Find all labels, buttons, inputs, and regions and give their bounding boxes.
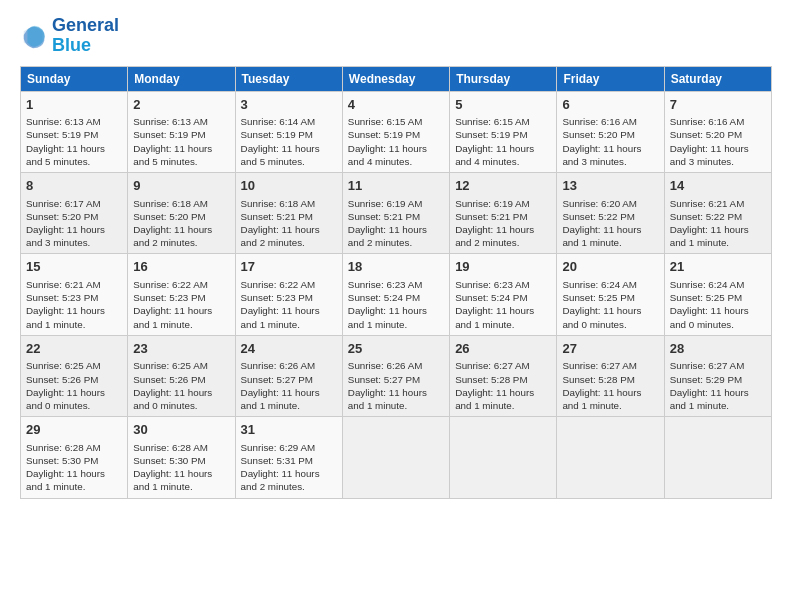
- day-number: 24: [241, 340, 337, 358]
- calendar-table: SundayMondayTuesdayWednesdayThursdayFrid…: [20, 66, 772, 499]
- calendar-cell: 9Sunrise: 6:18 AM Sunset: 5:20 PM Daylig…: [128, 173, 235, 254]
- day-number: 30: [133, 421, 229, 439]
- day-number: 20: [562, 258, 658, 276]
- logo: GeneralBlue: [20, 16, 119, 56]
- day-number: 2: [133, 96, 229, 114]
- day-number: 28: [670, 340, 766, 358]
- day-info: Sunrise: 6:13 AM Sunset: 5:19 PM Dayligh…: [133, 115, 229, 168]
- day-number: 29: [26, 421, 122, 439]
- day-info: Sunrise: 6:21 AM Sunset: 5:23 PM Dayligh…: [26, 278, 122, 331]
- day-info: Sunrise: 6:26 AM Sunset: 5:27 PM Dayligh…: [241, 359, 337, 412]
- weekday-header-monday: Monday: [128, 66, 235, 91]
- calendar-cell: 6Sunrise: 6:16 AM Sunset: 5:20 PM Daylig…: [557, 91, 664, 172]
- calendar-cell: [664, 417, 771, 498]
- day-info: Sunrise: 6:25 AM Sunset: 5:26 PM Dayligh…: [26, 359, 122, 412]
- calendar-cell: 29Sunrise: 6:28 AM Sunset: 5:30 PM Dayli…: [21, 417, 128, 498]
- calendar-cell: 17Sunrise: 6:22 AM Sunset: 5:23 PM Dayli…: [235, 254, 342, 335]
- day-number: 1: [26, 96, 122, 114]
- weekday-header-wednesday: Wednesday: [342, 66, 449, 91]
- page: GeneralBlue SundayMondayTuesdayWednesday…: [0, 0, 792, 509]
- weekday-header-saturday: Saturday: [664, 66, 771, 91]
- calendar-cell: 19Sunrise: 6:23 AM Sunset: 5:24 PM Dayli…: [450, 254, 557, 335]
- day-number: 8: [26, 177, 122, 195]
- day-number: 22: [26, 340, 122, 358]
- day-info: Sunrise: 6:22 AM Sunset: 5:23 PM Dayligh…: [133, 278, 229, 331]
- calendar-cell: 15Sunrise: 6:21 AM Sunset: 5:23 PM Dayli…: [21, 254, 128, 335]
- calendar-cell: 1Sunrise: 6:13 AM Sunset: 5:19 PM Daylig…: [21, 91, 128, 172]
- day-number: 7: [670, 96, 766, 114]
- calendar-week-row: 22Sunrise: 6:25 AM Sunset: 5:26 PM Dayli…: [21, 335, 772, 416]
- calendar-cell: 13Sunrise: 6:20 AM Sunset: 5:22 PM Dayli…: [557, 173, 664, 254]
- calendar-cell: 25Sunrise: 6:26 AM Sunset: 5:27 PM Dayli…: [342, 335, 449, 416]
- day-number: 15: [26, 258, 122, 276]
- weekday-header-thursday: Thursday: [450, 66, 557, 91]
- day-info: Sunrise: 6:28 AM Sunset: 5:30 PM Dayligh…: [133, 441, 229, 494]
- calendar-cell: 30Sunrise: 6:28 AM Sunset: 5:30 PM Dayli…: [128, 417, 235, 498]
- calendar-cell: 20Sunrise: 6:24 AM Sunset: 5:25 PM Dayli…: [557, 254, 664, 335]
- calendar-cell: 27Sunrise: 6:27 AM Sunset: 5:28 PM Dayli…: [557, 335, 664, 416]
- day-number: 27: [562, 340, 658, 358]
- day-info: Sunrise: 6:28 AM Sunset: 5:30 PM Dayligh…: [26, 441, 122, 494]
- day-number: 4: [348, 96, 444, 114]
- header: GeneralBlue: [20, 16, 772, 56]
- calendar-cell: 16Sunrise: 6:22 AM Sunset: 5:23 PM Dayli…: [128, 254, 235, 335]
- day-number: 21: [670, 258, 766, 276]
- calendar-cell: [557, 417, 664, 498]
- day-info: Sunrise: 6:24 AM Sunset: 5:25 PM Dayligh…: [670, 278, 766, 331]
- day-info: Sunrise: 6:18 AM Sunset: 5:21 PM Dayligh…: [241, 197, 337, 250]
- day-info: Sunrise: 6:14 AM Sunset: 5:19 PM Dayligh…: [241, 115, 337, 168]
- calendar-cell: 22Sunrise: 6:25 AM Sunset: 5:26 PM Dayli…: [21, 335, 128, 416]
- day-number: 3: [241, 96, 337, 114]
- calendar-cell: 24Sunrise: 6:26 AM Sunset: 5:27 PM Dayli…: [235, 335, 342, 416]
- calendar-cell: 12Sunrise: 6:19 AM Sunset: 5:21 PM Dayli…: [450, 173, 557, 254]
- day-number: 17: [241, 258, 337, 276]
- day-info: Sunrise: 6:15 AM Sunset: 5:19 PM Dayligh…: [348, 115, 444, 168]
- weekday-header-tuesday: Tuesday: [235, 66, 342, 91]
- day-number: 25: [348, 340, 444, 358]
- calendar-cell: [342, 417, 449, 498]
- calendar-week-row: 15Sunrise: 6:21 AM Sunset: 5:23 PM Dayli…: [21, 254, 772, 335]
- calendar-cell: 21Sunrise: 6:24 AM Sunset: 5:25 PM Dayli…: [664, 254, 771, 335]
- calendar-week-row: 8Sunrise: 6:17 AM Sunset: 5:20 PM Daylig…: [21, 173, 772, 254]
- logo-icon: [20, 22, 48, 50]
- day-number: 13: [562, 177, 658, 195]
- day-info: Sunrise: 6:29 AM Sunset: 5:31 PM Dayligh…: [241, 441, 337, 494]
- day-number: 18: [348, 258, 444, 276]
- weekday-header-sunday: Sunday: [21, 66, 128, 91]
- calendar-cell: [450, 417, 557, 498]
- day-info: Sunrise: 6:24 AM Sunset: 5:25 PM Dayligh…: [562, 278, 658, 331]
- day-info: Sunrise: 6:15 AM Sunset: 5:19 PM Dayligh…: [455, 115, 551, 168]
- calendar-cell: 7Sunrise: 6:16 AM Sunset: 5:20 PM Daylig…: [664, 91, 771, 172]
- calendar-cell: 14Sunrise: 6:21 AM Sunset: 5:22 PM Dayli…: [664, 173, 771, 254]
- day-info: Sunrise: 6:27 AM Sunset: 5:28 PM Dayligh…: [562, 359, 658, 412]
- day-info: Sunrise: 6:21 AM Sunset: 5:22 PM Dayligh…: [670, 197, 766, 250]
- calendar-cell: 11Sunrise: 6:19 AM Sunset: 5:21 PM Dayli…: [342, 173, 449, 254]
- day-info: Sunrise: 6:16 AM Sunset: 5:20 PM Dayligh…: [562, 115, 658, 168]
- day-number: 14: [670, 177, 766, 195]
- calendar-cell: 28Sunrise: 6:27 AM Sunset: 5:29 PM Dayli…: [664, 335, 771, 416]
- day-info: Sunrise: 6:17 AM Sunset: 5:20 PM Dayligh…: [26, 197, 122, 250]
- day-info: Sunrise: 6:19 AM Sunset: 5:21 PM Dayligh…: [348, 197, 444, 250]
- calendar-cell: 10Sunrise: 6:18 AM Sunset: 5:21 PM Dayli…: [235, 173, 342, 254]
- day-info: Sunrise: 6:25 AM Sunset: 5:26 PM Dayligh…: [133, 359, 229, 412]
- day-info: Sunrise: 6:18 AM Sunset: 5:20 PM Dayligh…: [133, 197, 229, 250]
- day-number: 16: [133, 258, 229, 276]
- calendar-week-row: 1Sunrise: 6:13 AM Sunset: 5:19 PM Daylig…: [21, 91, 772, 172]
- day-info: Sunrise: 6:23 AM Sunset: 5:24 PM Dayligh…: [348, 278, 444, 331]
- day-info: Sunrise: 6:23 AM Sunset: 5:24 PM Dayligh…: [455, 278, 551, 331]
- weekday-header-row: SundayMondayTuesdayWednesdayThursdayFrid…: [21, 66, 772, 91]
- calendar-cell: 4Sunrise: 6:15 AM Sunset: 5:19 PM Daylig…: [342, 91, 449, 172]
- day-number: 26: [455, 340, 551, 358]
- calendar-cell: 23Sunrise: 6:25 AM Sunset: 5:26 PM Dayli…: [128, 335, 235, 416]
- day-info: Sunrise: 6:27 AM Sunset: 5:29 PM Dayligh…: [670, 359, 766, 412]
- calendar-cell: 18Sunrise: 6:23 AM Sunset: 5:24 PM Dayli…: [342, 254, 449, 335]
- day-number: 11: [348, 177, 444, 195]
- calendar-week-row: 29Sunrise: 6:28 AM Sunset: 5:30 PM Dayli…: [21, 417, 772, 498]
- calendar-cell: 3Sunrise: 6:14 AM Sunset: 5:19 PM Daylig…: [235, 91, 342, 172]
- day-info: Sunrise: 6:13 AM Sunset: 5:19 PM Dayligh…: [26, 115, 122, 168]
- day-number: 31: [241, 421, 337, 439]
- day-number: 9: [133, 177, 229, 195]
- weekday-header-friday: Friday: [557, 66, 664, 91]
- day-number: 23: [133, 340, 229, 358]
- day-number: 10: [241, 177, 337, 195]
